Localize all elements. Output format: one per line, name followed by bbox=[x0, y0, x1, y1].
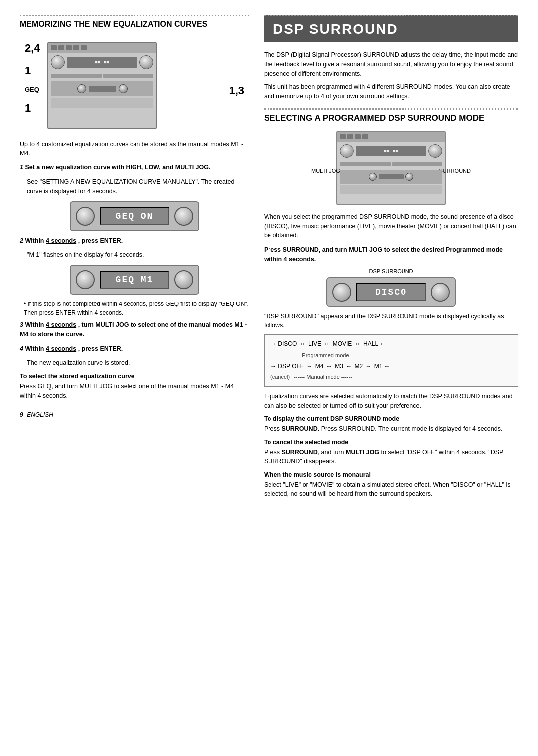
to-cancel-text: Press SURROUND, and turn MULTI JOG to se… bbox=[264, 448, 518, 466]
stored-curve-heading: To select the stored equalization curve bbox=[20, 373, 249, 380]
dsp-intro-1: The DSP (Digital Signal Processor) SURRO… bbox=[264, 50, 518, 78]
stereo-display-inner: ■■ ■■ bbox=[67, 57, 137, 68]
step3-underline: 4 seconds bbox=[46, 321, 76, 328]
flow-bracket2: ------ Manual mode ------ bbox=[294, 372, 352, 382]
left-knob-1 bbox=[76, 207, 95, 226]
step1-title-text: Set a new equalization curve with HIGH, … bbox=[25, 164, 210, 171]
step1: 1 Set a new equalization curve with HIGH… bbox=[20, 163, 249, 196]
to-display-heading: To display the current DSP SURROUND mode bbox=[264, 415, 518, 422]
flow-cancel: (cancel) bbox=[270, 372, 290, 382]
label-1a: 1 bbox=[25, 64, 31, 77]
left-knob-2 bbox=[76, 270, 95, 289]
left-diagram: 2,4 1 GEQ 1,3 1 ■■ ■■ bbox=[20, 37, 249, 137]
step1-detail: See "SETTING A NEW EQUALIZATION CURVE MA… bbox=[27, 177, 249, 196]
left-section-title: MEMORIZING THE NEW EQUALIZATION CURVES bbox=[20, 15, 249, 30]
press-instruction: Press SURROUND, and turn MULTI JOG to se… bbox=[264, 245, 518, 264]
dsp-intro-2: This unit has been programmed with 4 dif… bbox=[264, 82, 518, 101]
label-24: 2,4 bbox=[25, 42, 40, 55]
page-lang: ENGLISH bbox=[27, 411, 53, 418]
selecting-text: When you select the programmed DSP SURRO… bbox=[264, 212, 518, 240]
screen-geq-m1: GEQ M1 bbox=[100, 271, 169, 289]
flow-row1: → DISCO ↔ LIVE ↔ MOVIE ↔ HALL ← bbox=[270, 339, 512, 350]
right-column: DSP SURROUND The DSP (Digital Signal Pro… bbox=[264, 15, 518, 504]
display-disco: DISCO bbox=[326, 277, 456, 307]
step2-underline: 4 seconds bbox=[46, 237, 76, 244]
display-geq-on: GEQ ON bbox=[70, 201, 199, 231]
flow-diagram: → DISCO ↔ LIVE ↔ MOVIE ↔ HALL ← --------… bbox=[264, 334, 518, 387]
intro-text: Up to 4 customized equalization curves c… bbox=[20, 140, 249, 158]
step4-underline: 4 seconds bbox=[46, 345, 76, 352]
when-mono-heading: When the music source is monaural bbox=[264, 471, 518, 478]
page-number: 9 ENGLISH bbox=[20, 411, 249, 418]
bullet-note: • If this step is not completed within 4… bbox=[24, 300, 249, 317]
step2-detail: "M 1" flashes on the display for 4 secon… bbox=[27, 250, 249, 260]
right-stereo-unit: ■■ ■■ bbox=[336, 131, 446, 205]
flow-cancel-row: (cancel) ------ Manual mode ------ bbox=[270, 372, 512, 382]
label-1b: 1 bbox=[25, 102, 31, 115]
flow-bracket1: ----------- Programmed mode ----------- bbox=[280, 351, 512, 361]
display-geq-m1: GEQ M1 bbox=[70, 265, 199, 295]
stored-curve-text: Press GEQ, and turn MULTI JOG to select … bbox=[20, 382, 249, 401]
right-stereo-diagram: MULTI JOG SURROUND ■■ ■■ bbox=[311, 131, 471, 205]
screen-geq-on: GEQ ON bbox=[100, 207, 169, 225]
screen-disco: DISCO bbox=[356, 283, 426, 301]
step4-title: 4 Within 4 seconds , press ENTER. bbox=[20, 344, 249, 354]
left-knob-3 bbox=[332, 283, 351, 302]
equalization-text: Equalization curves are selected automat… bbox=[264, 392, 518, 411]
left-column: MEMORIZING THE NEW EQUALIZATION CURVES 2… bbox=[20, 15, 249, 504]
step2-title: 2 Within 4 seconds , press ENTER. bbox=[20, 236, 249, 246]
right-knob-3 bbox=[431, 283, 450, 302]
right-knob-1 bbox=[174, 207, 193, 226]
to-cancel-heading: To cancel the selected mode bbox=[264, 439, 518, 446]
after-display-text: "DSP SURROUND" appears and the DSP SURRO… bbox=[264, 312, 518, 331]
right-knob-2 bbox=[174, 270, 193, 289]
step4-detail: The new equalization curve is stored. bbox=[27, 358, 249, 368]
display-label: DSP SURROUND bbox=[264, 268, 518, 274]
step3: 3 Within 4 seconds , turn MULTI JOG to s… bbox=[20, 320, 249, 339]
flow-row2: → DSP OFF ↔ M4 ↔ M3 ↔ M2 ↔ M1 ← bbox=[270, 361, 512, 372]
page-container: MEMORIZING THE NEW EQUALIZATION CURVES 2… bbox=[20, 15, 518, 504]
multijog-label: MULTI JOG bbox=[311, 168, 340, 174]
dsp-title: DSP SURROUND bbox=[264, 15, 518, 42]
step3-title: 3 Within 4 seconds , turn MULTI JOG to s… bbox=[20, 320, 249, 339]
label-geq: GEQ bbox=[25, 86, 39, 93]
step2: 2 Within 4 seconds , press ENTER. "M 1" … bbox=[20, 236, 249, 260]
step1-title: 1 Set a new equalization curve with HIGH… bbox=[20, 163, 249, 172]
right-section-title: SELECTING A PROGRAMMED DSP SURROUND MODE bbox=[264, 108, 518, 124]
step4: 4 Within 4 seconds , press ENTER. The ne… bbox=[20, 344, 249, 368]
when-mono-text: Select "LIVE" or "MOVIE" to obtain a sim… bbox=[264, 480, 518, 499]
to-display-text: Press SURROUND. Press SURROUND. The curr… bbox=[264, 424, 518, 434]
label-13: 1,3 bbox=[229, 84, 244, 97]
stereo-diagram-left: ■■ ■■ bbox=[47, 42, 157, 129]
